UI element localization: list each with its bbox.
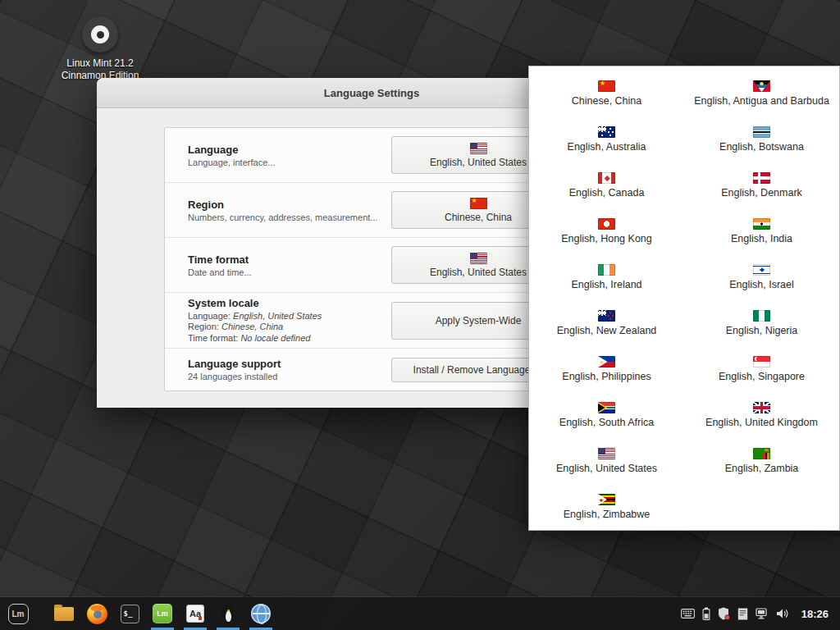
install-remove-languages-label: Install / Remove Languages...	[413, 364, 544, 376]
time-format-select-label: English, United States	[430, 267, 527, 278]
country-flag-icon	[753, 218, 770, 230]
language-option[interactable]: English, New Zealand	[529, 300, 684, 346]
settings-row-language: Language Language, interface... English,…	[165, 128, 578, 183]
battery-icon[interactable]	[702, 607, 710, 620]
settings-row-system-locale: System locale Language: English, United …	[165, 293, 578, 349]
country-flag-icon	[598, 494, 615, 505]
language-option[interactable]: English, Canada	[529, 162, 684, 208]
language-option-label: English, Israel	[729, 279, 794, 290]
taskbar-panel: 18:26	[0, 597, 840, 630]
language-settings-task[interactable]	[244, 597, 277, 630]
language-options-grid: Chinese, China English, Antigua and Barb…	[529, 66, 839, 530]
country-flag-icon	[753, 172, 770, 184]
row-title-system-locale: System locale	[188, 297, 391, 309]
files-launcher[interactable]	[48, 597, 80, 630]
language-option[interactable]: Chinese, China	[529, 71, 684, 116]
language-option-label: English, Hong Kong	[561, 233, 652, 244]
language-dropdown-menu: Chinese, China English, Antigua and Barb…	[528, 66, 840, 531]
language-option[interactable]: English, Antigua and Barbuda	[684, 71, 839, 116]
input-method-icon	[186, 605, 204, 623]
language-option[interactable]: English, Zambia	[684, 438, 839, 484]
shield-icon[interactable]	[718, 607, 730, 620]
language-option-label: English, United States	[556, 463, 657, 474]
mint-menu-icon	[8, 604, 29, 624]
network-icon[interactable]	[756, 608, 769, 620]
language-option-label: English, India	[731, 233, 792, 244]
language-option[interactable]: English, Philippines	[529, 346, 684, 392]
country-flag-icon	[753, 448, 770, 459]
country-flag-icon	[598, 448, 615, 459]
locale-line-time-format: Time format: No locale defined	[188, 333, 391, 345]
language-option[interactable]: English, Botswana	[684, 116, 839, 162]
language-option-label: English, Singapore	[719, 371, 805, 382]
row-title-time-format: Time format	[188, 253, 391, 266]
language-option-label: English, Ireland	[571, 279, 641, 290]
locale-globe-icon	[251, 604, 271, 623]
language-option[interactable]: English, Zimbabwe	[529, 484, 684, 530]
country-flag-icon	[753, 402, 770, 413]
language-option[interactable]: English, India	[684, 208, 839, 254]
mint-menu-button[interactable]	[0, 597, 36, 630]
row-title-region: Region	[188, 199, 391, 211]
taskbar-clock[interactable]: 18:26	[801, 608, 829, 620]
apply-system-wide-label: Apply System-Wide	[436, 315, 522, 326]
row-subtitle-language-support: 24 languages installed	[188, 372, 391, 381]
software-manager-task[interactable]	[146, 597, 179, 630]
country-flag-icon	[598, 356, 615, 368]
country-flag-icon	[598, 126, 615, 138]
desktop-icon-linux-mint[interactable]: Linux Mint 21.2 Cinnamon Edition	[52, 16, 148, 82]
language-option-label: English, Philippines	[562, 371, 651, 382]
settings-panel: Language Language, interface... English,…	[164, 127, 579, 391]
row-title-language-support: Language support	[188, 358, 391, 370]
desktop: Linux Mint 21.2 Cinnamon Edition Languag…	[0, 0, 840, 630]
language-option[interactable]: English, Israel	[684, 254, 839, 300]
language-option[interactable]: English, Hong Kong	[529, 208, 684, 254]
language-option[interactable]: English, United States	[529, 438, 684, 484]
language-option-label: English, Zambia	[725, 463, 799, 474]
terminal-icon	[121, 605, 139, 623]
folder-icon	[54, 607, 74, 621]
software-manager-icon	[153, 604, 172, 623]
volume-icon[interactable]	[776, 608, 789, 619]
notes-icon[interactable]	[737, 608, 748, 620]
language-select-label: English, United States	[430, 157, 527, 168]
firefox-launcher[interactable]	[80, 597, 113, 630]
language-option[interactable]: English, Denmark	[684, 162, 839, 208]
china-flag-icon	[470, 198, 487, 209]
language-option-label: English, United Kingdom	[705, 417, 818, 428]
country-flag-icon	[598, 80, 615, 92]
terminal-launcher[interactable]	[113, 597, 146, 630]
country-flag-icon	[753, 80, 770, 92]
language-option[interactable]: English, United Kingdom	[684, 392, 839, 438]
country-flag-icon	[598, 218, 615, 230]
input-method-task[interactable]	[179, 597, 212, 630]
settings-row-region: Region Numbers, currency, addresses, mea…	[165, 183, 578, 238]
language-option[interactable]: English, South Africa	[529, 392, 684, 438]
language-option[interactable]: English, Ireland	[529, 254, 684, 300]
settings-row-language-support: Language support 24 languages installed …	[165, 349, 578, 390]
language-option-label: English, Canada	[569, 187, 645, 199]
firefox-icon	[87, 604, 107, 624]
language-option-label: English, Antigua and Barbuda	[694, 95, 829, 107]
locale-line-region: Region: Chinese, China	[188, 322, 391, 333]
language-option-label: English, Botswana	[719, 141, 804, 153]
language-option-label: Chinese, China	[572, 95, 641, 107]
country-flag-icon	[753, 310, 770, 322]
language-option[interactable]: English, Australia	[529, 116, 684, 162]
row-subtitle-region: Numbers, currency, addresses, measuremen…	[188, 212, 391, 222]
country-flag-icon	[598, 172, 615, 184]
window-title: Language Settings	[324, 87, 419, 99]
language-option-label: English, Zimbabwe	[564, 509, 651, 520]
tux-app-task[interactable]	[212, 597, 244, 630]
row-subtitle-language: Language, interface...	[188, 158, 391, 167]
keyboard-icon[interactable]	[681, 609, 695, 619]
language-option-label: English, Australia	[568, 141, 646, 153]
tux-penguin-icon	[220, 604, 236, 624]
region-select-label: Chinese, China	[445, 212, 512, 223]
country-flag-icon	[753, 356, 770, 368]
language-option[interactable]: English, Singapore	[684, 346, 839, 392]
language-option-label: English, New Zealand	[557, 325, 657, 336]
country-flag-icon	[753, 126, 770, 138]
language-option-label: English, Nigeria	[726, 325, 798, 336]
language-option[interactable]: English, Nigeria	[684, 300, 839, 346]
